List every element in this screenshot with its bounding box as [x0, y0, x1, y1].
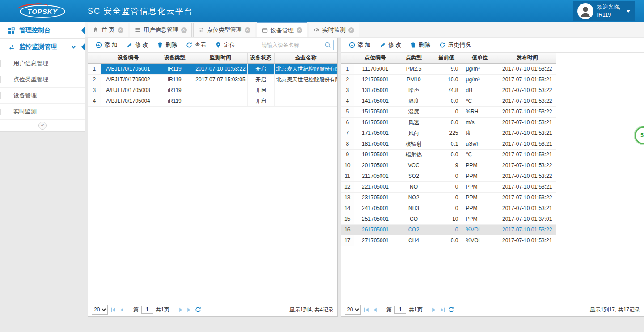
table-cell: 0.1: [431, 139, 462, 149]
monitor-pagination: 20 第 共1页: [341, 303, 644, 316]
table-row[interactable]: 8181705001核辐射0.1uSv/h2017-07-10 01:53:21: [341, 139, 556, 149]
table-row[interactable]: 14241705001NH30PPM2017-07-10 01:53:21: [341, 203, 556, 214]
tab-close-icon[interactable]: ✕: [297, 27, 302, 33]
sidebar-section-monitoring[interactable]: 监控监测管理: [0, 39, 85, 55]
page-size-select[interactable]: 20: [92, 305, 108, 315]
table-row[interactable]: 1A/BJLT/0/1705001iR1192017-07-10 01:53:2…: [88, 63, 337, 74]
table-row[interactable]: 6161705001风速0.0m/s2017-07-10 01:53:21: [341, 117, 556, 128]
table-row[interactable]: 4141705001温度0.0℃2017-07-10 01:53:22: [341, 96, 556, 106]
search-input[interactable]: [258, 40, 334, 50]
table-row[interactable]: 4A/BJLT/0/1705004iR119开启: [88, 96, 337, 106]
page-size-select[interactable]: 20: [345, 305, 361, 315]
row-number: 3: [341, 85, 354, 96]
divider: [174, 306, 174, 313]
sidebar-item-point-type[interactable]: 点位类型管理: [0, 71, 85, 88]
table-row[interactable]: 11211705001SO20PPM2017-07-10 01:53:22: [341, 171, 556, 181]
column-header[interactable]: 点位编号: [354, 53, 397, 63]
refresh-icon: [195, 307, 201, 313]
column-header[interactable]: 点类型: [397, 53, 431, 63]
table-row[interactable]: 15251705001CO10PPM2017-07-10 01:37:01: [341, 214, 556, 224]
table-row[interactable]: 2121705001PM1010.0μg/m³2017-07-10 01:53:…: [341, 74, 556, 85]
topbar: TOPSKY SC 安全监管信息化云平台 欢迎光临, iR119: [0, 0, 644, 22]
table-row[interactable]: 13231705001NO20PPM2017-07-10 01:53:22: [341, 192, 556, 203]
table-row[interactable]: 1111705001PM2.59.0μg/m³2017-07-10 01:53:…: [341, 63, 556, 74]
prev-page-button[interactable]: [119, 307, 125, 313]
tab-close-icon[interactable]: ✕: [348, 27, 354, 33]
delete-button[interactable]: 删除: [153, 39, 181, 51]
locate-button[interactable]: 定位: [211, 39, 239, 51]
table-cell: 0: [431, 224, 462, 235]
column-header[interactable]: 设备类型: [156, 53, 194, 63]
column-header[interactable]: 设备状态: [247, 53, 274, 63]
row-number: 3: [88, 85, 101, 96]
table-row[interactable]: 5151705001湿度0%RH2017-07-10 01:53:22: [341, 106, 556, 117]
next-page-button[interactable]: [431, 307, 437, 313]
table-cell: 171705001: [354, 128, 397, 139]
last-page-button[interactable]: [440, 307, 445, 313]
collapse-icon[interactable]: «: [38, 122, 47, 130]
table-cell: 10.0: [431, 74, 462, 85]
column-header[interactable]: 监测时间: [194, 53, 247, 63]
first-page-button[interactable]: [364, 307, 369, 313]
tab-close-icon[interactable]: ✕: [181, 27, 187, 33]
table-row[interactable]: 7171705001风向225度2017-07-10 01:53:21: [341, 128, 556, 139]
tab-label: 设备管理: [271, 26, 294, 34]
user-menu[interactable]: 欢迎光临, iR119: [573, 1, 635, 21]
tab-realtime-monitor[interactable]: 实时监测 ✕: [309, 23, 359, 37]
table-cell: PPM: [462, 214, 498, 224]
table-row[interactable]: 16261705001CO20%VOL2017-07-10 01:53:22: [341, 224, 556, 235]
table-cell: 湿度: [397, 106, 431, 117]
refresh-button[interactable]: [195, 307, 201, 313]
table-cell: iR119: [156, 85, 194, 96]
dashboard-icon: [8, 27, 15, 34]
column-header[interactable]: 发布时间: [498, 53, 556, 63]
sidebar-item-device[interactable]: 设备管理: [0, 88, 85, 104]
next-page-button[interactable]: [178, 307, 184, 313]
column-header[interactable]: 值单位: [462, 53, 498, 63]
tab-point-type-management[interactable]: 点位类型管理 ✕: [193, 23, 255, 37]
tab-close-icon[interactable]: ✕: [245, 27, 250, 33]
table-cell: μg/m³: [462, 63, 498, 74]
sidebar-section-console[interactable]: 管理控制台: [0, 22, 85, 39]
tab-home[interactable]: 首 页 ✕: [88, 23, 128, 37]
table-row[interactable]: 3131705001噪声74.8dB2017-07-10 01:53:22: [341, 85, 556, 96]
refresh-button[interactable]: [448, 307, 454, 313]
table-row[interactable]: 3A/BJLT/0/1705003iR119开启: [88, 85, 337, 96]
table-row[interactable]: 10201705001VOC9PPM2017-07-10 01:53:22: [341, 160, 556, 171]
sidebar-item-user-info[interactable]: 用户信息管理: [0, 55, 85, 71]
last-page-button[interactable]: [186, 307, 192, 313]
first-page-button[interactable]: [110, 307, 116, 313]
tab-device-management[interactable]: 设备管理 ✕: [257, 22, 307, 37]
table-row[interactable]: 2A/BJLT/0/1705002iR1192017-07-07 15:03:0…: [88, 74, 337, 85]
floating-badge-text: 56: [640, 132, 644, 139]
table-row[interactable]: 12221705001NO0PPM2017-07-10 01:53:21: [341, 181, 556, 192]
table-cell: 2017-07-10 01:53:21: [498, 74, 556, 85]
refresh-icon: [448, 307, 454, 313]
add-button[interactable]: 添 加: [92, 39, 122, 51]
table-cell: 开启: [247, 74, 274, 85]
delete-button[interactable]: 删除: [406, 39, 434, 51]
table-cell: 核辐射: [397, 139, 431, 149]
search-icon[interactable]: [324, 42, 331, 49]
prev-page-button[interactable]: [372, 307, 378, 313]
column-header[interactable]: 当前值: [431, 53, 462, 63]
refresh-icon: [186, 42, 192, 48]
row-number: 7: [341, 128, 354, 139]
edit-button[interactable]: 修 改: [123, 39, 153, 51]
column-header[interactable]: 企业名称: [274, 53, 337, 63]
table-row[interactable]: 17271705001CH40.0%VOL2017-07-10 01:53:21: [341, 235, 556, 246]
page-number-input[interactable]: [141, 306, 153, 314]
table-cell: 2017-07-10 01:53:22: [498, 85, 556, 96]
table-cell: 温度: [397, 96, 431, 106]
tab-user-management[interactable]: 用户信息管理 ✕: [130, 23, 192, 37]
table-row[interactable]: 9191705001辐射热0.0℃2017-07-10 01:53:21: [341, 149, 556, 160]
column-header[interactable]: 设备编号: [101, 53, 156, 63]
sidebar-item-realtime[interactable]: 实时监测: [0, 104, 85, 120]
edit-button[interactable]: 修 改: [376, 39, 406, 51]
page-number-input[interactable]: [394, 306, 406, 314]
view-button[interactable]: 查看: [182, 39, 210, 51]
table-cell: PPM: [462, 203, 498, 214]
tab-close-icon[interactable]: ✕: [118, 27, 123, 33]
add-button[interactable]: 添 加: [345, 39, 375, 51]
history-button[interactable]: 历史情况: [435, 39, 475, 51]
